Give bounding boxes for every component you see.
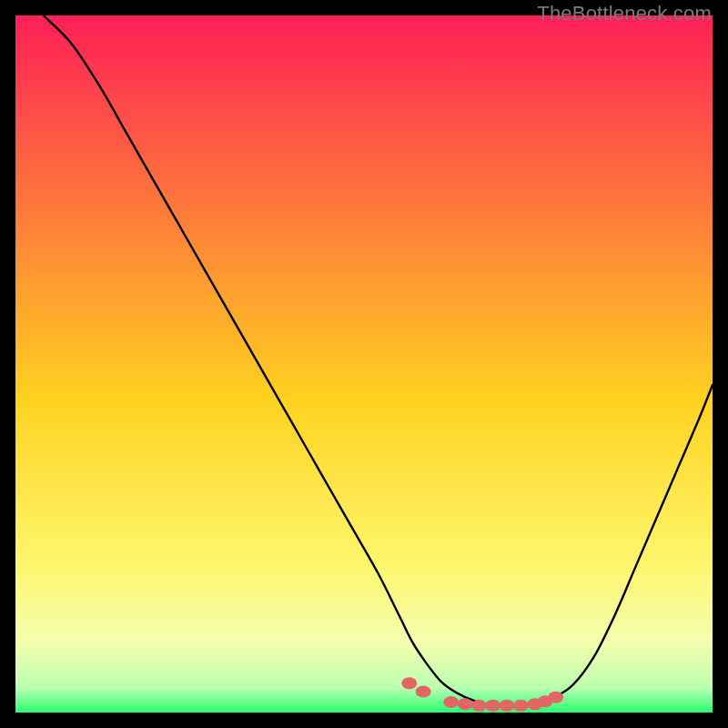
highlight-dot [416, 686, 431, 698]
highlight-dot [401, 677, 417, 689]
chart-frame [15, 15, 713, 713]
highlight-dot [548, 692, 563, 703]
highlight-dot [443, 696, 459, 708]
highlight-dot [458, 698, 473, 710]
highlight-dot [485, 700, 500, 712]
highlight-dot [500, 700, 515, 712]
watermark-text: TheBottleneck.com [537, 2, 712, 25]
bottleneck-chart [15, 15, 713, 713]
highlight-dot [513, 700, 529, 712]
highlight-dot [471, 700, 487, 712]
